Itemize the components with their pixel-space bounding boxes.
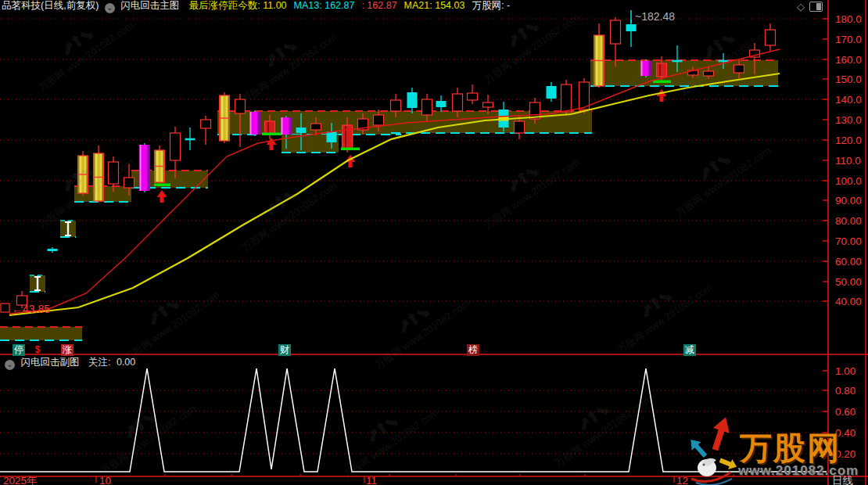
candle (468, 84, 478, 104)
candle (641, 59, 651, 77)
sub-axis-label: 0.80 (835, 385, 855, 397)
month-label: 11 (366, 475, 377, 485)
candle (78, 151, 88, 196)
sub-indicator-name[interactable]: 闪电回击副图 (20, 357, 79, 368)
green-signal-line (653, 81, 671, 84)
dove-icon (698, 458, 716, 476)
signal-badge: 财 (278, 344, 291, 356)
brand-url: www.201082.com (738, 463, 859, 479)
candle (436, 95, 447, 112)
sub-axis-label: 1.00 (835, 365, 855, 377)
candle (766, 23, 776, 51)
sub-chart-header: ⌄ 闪电回击副图 关注: 0.00 (2, 357, 135, 368)
yellow-arrow-icon (718, 455, 739, 472)
price-axis-label: 40.00 (835, 296, 862, 307)
indicator-field: 最后涨停距今数: 11.00 (189, 0, 287, 11)
signal-badge: 涨 (61, 344, 74, 356)
price-axis-label: 70.00 (835, 235, 862, 247)
price-axis-label: 90.00 (835, 195, 862, 207)
candle (220, 92, 230, 143)
collapse-icon[interactable]: ⌄ (105, 3, 115, 13)
candle (547, 82, 557, 102)
consolidation-box (0, 327, 82, 340)
price-axis-label: 80.00 (835, 215, 862, 227)
price-axis-label: 110.0 (835, 155, 861, 167)
buy-arrow-icon (267, 138, 277, 150)
stock-title: 品茗科技(日线,前复权) (2, 0, 99, 11)
indicator-field: : 162.87 (361, 0, 396, 11)
brand-logo-icon (688, 411, 740, 485)
signal-badge: 减 (683, 344, 696, 356)
sub-field-value: 0.00 (117, 357, 135, 368)
candle (407, 88, 418, 113)
indicator-field: MA21: 154.03 (404, 0, 465, 11)
candle (250, 110, 260, 136)
candle (48, 247, 58, 253)
green-signal-line (262, 133, 282, 136)
red-arrow-icon (707, 415, 734, 453)
price-axis-label: 150.0 (835, 74, 862, 85)
high-price-label: ~182.48 (635, 10, 675, 23)
window-controls: ◇ (797, 1, 823, 13)
price-axis-label: 160.0 (835, 54, 862, 66)
low-price-label: ←43.85 (12, 303, 50, 315)
candle (201, 116, 211, 145)
year-label: 2025年 (3, 475, 38, 485)
buy-arrow-icon (157, 190, 167, 203)
signal-badge: 停 (13, 344, 25, 356)
main-indicator-name[interactable]: 闪电回击主图 (120, 0, 179, 11)
signal-badge: $ (31, 344, 44, 356)
price-axis-label: 170.0 (835, 34, 862, 45)
price-axis-label: 130.0 (835, 114, 862, 126)
indicator-field: 万股网: - (472, 0, 510, 11)
candle (185, 128, 195, 150)
app-window: ~182.48←43.85180.0170.0160.0150.0140.013… (0, 0, 868, 485)
green-signal-line (341, 148, 360, 151)
layout-switch-icon[interactable] (809, 2, 823, 12)
indicator-values: 最后涨停距今数: 11.00MA13: 162.87: 162.87MA21: … (182, 0, 510, 11)
green-signal-line (154, 184, 170, 187)
buy-arrow-icon (657, 89, 667, 102)
brand-watermark: 万股网 www.201082.com (688, 411, 866, 485)
candle (611, 17, 621, 66)
diamond-icon[interactable]: ◇ (797, 1, 805, 13)
candle (155, 146, 165, 186)
month-label: 10 (99, 475, 111, 485)
price-axis-label: 50.00 (835, 276, 862, 288)
month-label: 12 (676, 475, 688, 485)
indicator-field: MA13: 162.87 (294, 0, 355, 11)
candle (626, 20, 637, 47)
sub-field-label: 关注: (88, 357, 110, 368)
low-marker-box (1, 304, 9, 312)
price-axis-label: 120.0 (835, 135, 862, 146)
candle (94, 146, 104, 203)
price-axis-label: 100.0 (835, 175, 862, 187)
main-chart-header: 品茗科技(日线,前复权) ⌄ 闪电回击主图 最后涨停距今数: 11.00MA13… (2, 0, 510, 12)
blue-arrow-icon (688, 436, 710, 461)
price-axis-label: 180.0 (835, 13, 862, 25)
price-axis-label: 140.0 (835, 94, 862, 106)
candle (594, 23, 604, 88)
signal-badge: 榜 (467, 344, 479, 356)
candle (140, 143, 150, 192)
price-axis-label: 60.00 (835, 256, 862, 268)
collapse-icon[interactable]: ⌄ (5, 360, 15, 370)
